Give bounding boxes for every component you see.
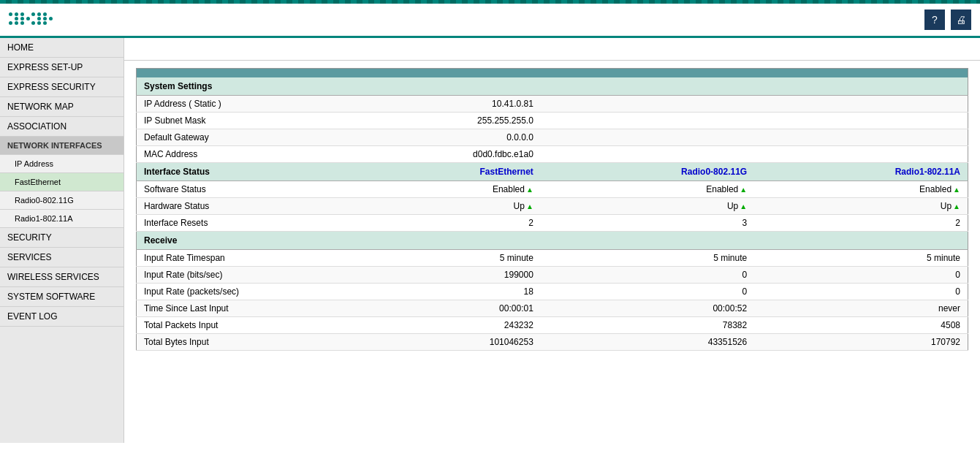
header-icons: ? 🖨 (924, 10, 971, 30)
row-val1: 18 (327, 284, 541, 300)
interface-status-header-row: Interface Status FastEthernet Radio0-802… (137, 163, 968, 181)
table-row: Input Rate (packets/sec) 18 0 0 (137, 284, 968, 300)
sidebar-item-network-interfaces[interactable]: NETWORK INTERFACES (0, 137, 124, 155)
cisco-dots-row2 (15, 17, 53, 20)
row-val3: 0 (754, 267, 968, 284)
table-row: IP Subnet Mask 255.255.255.0 (137, 113, 968, 129)
table-row: Hardware Status Up▲ Up▲ Up▲ (137, 198, 968, 215)
row-val3 (754, 113, 968, 129)
row-val1: 199000 (327, 267, 541, 284)
row-val1: 10.41.0.81 (327, 96, 541, 113)
row-label: IP Subnet Mask (137, 113, 327, 129)
row-val1: 2 (327, 215, 541, 232)
row-label: Hardware Status (137, 198, 327, 215)
system-settings-header: System Settings (137, 77, 968, 96)
row-val1: Up▲ (327, 198, 541, 215)
arrow-up-icon: ▲ (953, 202, 960, 210)
table-title-row (137, 69, 968, 78)
sidebar-item-wireless-services[interactable]: WIRELESS SERVICES (0, 267, 124, 287)
table-row: Time Since Last Input 00:00:01 00:00:52 … (137, 300, 968, 317)
row-label: Interface Resets (137, 215, 327, 232)
sidebar-item-association[interactable]: ASSOCIATION (0, 117, 124, 137)
help-button[interactable]: ? (924, 10, 945, 30)
fastethernet-link[interactable]: FastEthernet (479, 167, 533, 177)
page-header: ? 🖨 (0, 4, 980, 38)
table-row: Default Gateway 0.0.0.0 (137, 129, 968, 146)
row-val2: 00:00:52 (541, 300, 754, 317)
row-val3: never (754, 300, 968, 317)
row-val2: 0 (541, 284, 754, 300)
row-label: IP Address ( Static ) (137, 96, 327, 113)
arrow-up-icon: ▲ (526, 202, 533, 210)
table-row: Input Rate Timespan 5 minute 5 minute 5 … (137, 250, 968, 267)
row-val2: Up▲ (541, 198, 754, 215)
sidebar-item-security[interactable]: SECURITY (0, 228, 124, 248)
sidebar-item-radio0[interactable]: Radio0-802.11G (0, 191, 124, 210)
row-label: Input Rate (bits/sec) (137, 267, 327, 284)
table-row: Total Packets Input 243232 78382 4508 (137, 317, 968, 334)
row-val3 (754, 146, 968, 163)
sidebar-item-services[interactable]: SERVICES (0, 248, 124, 267)
row-val3 (754, 129, 968, 146)
row-val1: 243232 (327, 317, 541, 334)
row-val3 (754, 96, 968, 113)
sidebar-item-express-setup[interactable]: EXPRESS SET-UP (0, 58, 124, 77)
sidebar-item-express-security[interactable]: EXPRESS SECURITY (0, 77, 124, 97)
row-val3: Up▲ (754, 198, 968, 215)
row-val1: 255.255.255.0 (327, 113, 541, 129)
main-content: System Settings IP Address ( Static ) 10… (124, 38, 980, 443)
content-area: System Settings IP Address ( Static ) 10… (124, 61, 980, 358)
sidebar-item-event-log[interactable]: EVENT LOG (0, 307, 124, 327)
receive-header: Receive (137, 232, 968, 250)
row-val3: 0 (754, 284, 968, 300)
fastethernet-link-cell: FastEthernet (327, 163, 541, 181)
row-val1: d0d0.fdbc.e1a0 (327, 146, 541, 163)
row-val3: 170792 (754, 334, 968, 351)
sidebar-item-network-map[interactable]: NETWORK MAP (0, 97, 124, 117)
sidebar: HOMEEXPRESS SET-UPEXPRESS SECURITYNETWOR… (0, 38, 124, 443)
row-label: Default Gateway (137, 129, 327, 146)
row-val2: 5 minute (541, 250, 754, 267)
row-val1: 0.0.0.0 (327, 129, 541, 146)
cisco-dots-row3 (9, 21, 47, 25)
row-label: Input Rate Timespan (137, 250, 327, 267)
row-label: Total Bytes Input (137, 334, 327, 351)
row-label: Input Rate (packets/sec) (137, 284, 327, 300)
table-row: Software Status Enabled▲ Enabled▲ Enable… (137, 181, 968, 198)
cisco-dots-row1 (9, 12, 47, 16)
row-val3: 2 (754, 215, 968, 232)
sidebar-item-fastethernet[interactable]: FastEthernet (0, 173, 124, 191)
row-val2: Enabled▲ (541, 181, 754, 198)
row-val2 (541, 129, 754, 146)
interface-status-label: Interface Status (137, 163, 327, 181)
radio0-link[interactable]: Radio0-802.11G (681, 167, 747, 177)
sidebar-item-home[interactable]: HOME (0, 38, 124, 58)
table-row: Total Bytes Input 101046253 43351526 170… (137, 334, 968, 351)
host-bar (124, 38, 980, 61)
row-val2: 0 (541, 267, 754, 284)
sidebar-item-radio1[interactable]: Radio1-802.11A (0, 210, 124, 228)
table-row: IP Address ( Static ) 10.41.0.81 (137, 96, 968, 113)
row-val1: 00:00:01 (327, 300, 541, 317)
row-val3: Enabled▲ (754, 181, 968, 198)
receive-header-row: Receive (137, 232, 968, 250)
table-row: Input Rate (bits/sec) 199000 0 0 (137, 267, 968, 284)
row-label: Total Packets Input (137, 317, 327, 334)
arrow-up-icon: ▲ (740, 202, 747, 210)
row-val3: 5 minute (754, 250, 968, 267)
row-val1: 5 minute (327, 250, 541, 267)
sidebar-item-ip-address[interactable]: IP Address (0, 155, 124, 173)
summary-table: System Settings IP Address ( Static ) 10… (136, 68, 968, 351)
row-label: MAC Address (137, 146, 327, 163)
radio0-link-cell: Radio0-802.11G (541, 163, 754, 181)
print-button[interactable]: 🖨 (951, 10, 971, 30)
row-val2: 43351526 (541, 334, 754, 351)
row-val2 (541, 146, 754, 163)
cisco-logo (9, 12, 53, 27)
row-val2: 78382 (541, 317, 754, 334)
row-val2: 3 (541, 215, 754, 232)
sidebar-item-system-software[interactable]: SYSTEM SOFTWARE (0, 287, 124, 307)
radio1-link[interactable]: Radio1-802.11A (895, 167, 960, 177)
system-settings-header-row: System Settings (137, 77, 968, 96)
row-val1: Enabled▲ (327, 181, 541, 198)
